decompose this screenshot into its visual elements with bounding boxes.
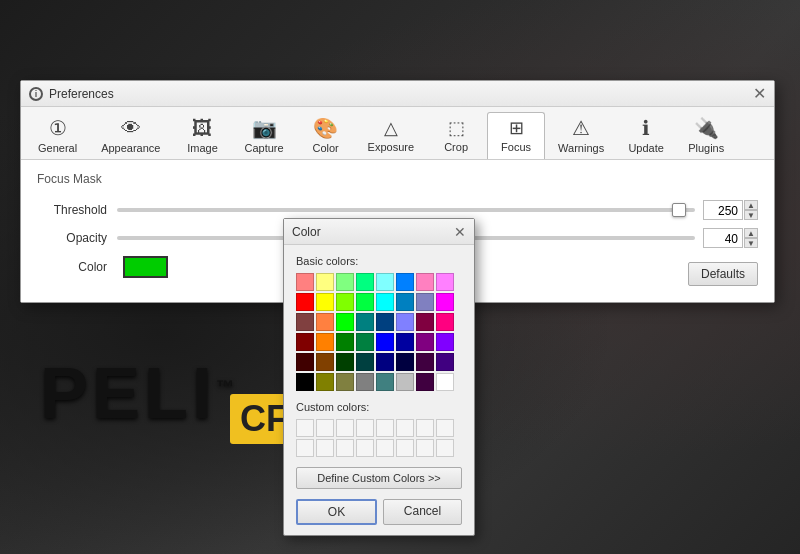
threshold-thumb[interactable]: [672, 203, 686, 217]
color-cell[interactable]: [436, 333, 454, 351]
threshold-row: Threshold 250 ▲ ▼: [37, 200, 758, 220]
color-cell[interactable]: [436, 293, 454, 311]
tab-general-label: General: [38, 142, 77, 154]
tab-warnings[interactable]: ⚠ Warnings: [547, 111, 615, 160]
color-cell[interactable]: [336, 273, 354, 291]
color-dialog-buttons: OK Cancel: [296, 499, 462, 525]
color-cell[interactable]: [396, 353, 414, 371]
color-cell[interactable]: [336, 293, 354, 311]
opacity-down[interactable]: ▼: [744, 238, 758, 248]
threshold-label: Threshold: [37, 203, 117, 217]
color-dialog-close-button[interactable]: ✕: [454, 224, 466, 240]
color-cell[interactable]: [316, 273, 334, 291]
color-cell[interactable]: [416, 353, 434, 371]
color-cell[interactable]: [336, 373, 354, 391]
color-cell[interactable]: [376, 273, 394, 291]
custom-color-cell[interactable]: [376, 439, 394, 457]
color-cell[interactable]: [396, 313, 414, 331]
color-cell[interactable]: [436, 353, 454, 371]
defaults-button[interactable]: Defaults: [688, 262, 758, 286]
custom-color-cell[interactable]: [316, 419, 334, 437]
color-cell[interactable]: [316, 313, 334, 331]
tab-focus[interactable]: ⊞ Focus: [487, 112, 545, 159]
tab-image[interactable]: 🖼 Image: [173, 112, 231, 160]
color-cell[interactable]: [416, 313, 434, 331]
color-cell[interactable]: [396, 273, 414, 291]
color-cell[interactable]: [356, 353, 374, 371]
color-cell[interactable]: [296, 293, 314, 311]
tab-color-label: Color: [312, 142, 338, 154]
color-cell[interactable]: [376, 373, 394, 391]
color-cell[interactable]: [336, 353, 354, 371]
custom-color-cell[interactable]: [336, 439, 354, 457]
color-cell[interactable]: [296, 273, 314, 291]
color-icon: 🎨: [313, 116, 338, 140]
color-cell[interactable]: [416, 333, 434, 351]
custom-color-cell[interactable]: [356, 419, 374, 437]
custom-colors-label: Custom colors:: [296, 401, 462, 413]
tab-update[interactable]: ℹ Update: [617, 111, 675, 160]
color-swatch[interactable]: [123, 256, 168, 278]
color-cell[interactable]: [416, 293, 434, 311]
color-cell[interactable]: [396, 373, 414, 391]
color-cell[interactable]: [416, 373, 434, 391]
focus-icon: ⊞: [509, 117, 524, 139]
tab-general[interactable]: ① General: [27, 111, 88, 160]
color-cell[interactable]: [296, 313, 314, 331]
ok-button[interactable]: OK: [296, 499, 377, 525]
custom-color-cell[interactable]: [376, 419, 394, 437]
tab-capture[interactable]: 📷 Capture: [233, 111, 294, 160]
color-cell[interactable]: [316, 353, 334, 371]
threshold-up[interactable]: ▲: [744, 200, 758, 210]
tab-exposure[interactable]: △ Exposure: [357, 112, 425, 159]
custom-color-cell[interactable]: [436, 419, 454, 437]
custom-color-cell[interactable]: [316, 439, 334, 457]
close-button[interactable]: ✕: [753, 86, 766, 102]
color-cell[interactable]: [316, 293, 334, 311]
custom-color-cell[interactable]: [336, 419, 354, 437]
color-cell[interactable]: [356, 373, 374, 391]
color-cell[interactable]: [376, 333, 394, 351]
define-custom-colors-button[interactable]: Define Custom Colors >>: [296, 467, 462, 489]
custom-color-cell[interactable]: [436, 439, 454, 457]
tab-appearance[interactable]: 👁 Appearance: [90, 112, 171, 160]
custom-color-cell[interactable]: [296, 439, 314, 457]
color-cell[interactable]: [376, 313, 394, 331]
custom-color-cell[interactable]: [416, 439, 434, 457]
color-cell[interactable]: [316, 373, 334, 391]
color-cell[interactable]: [356, 313, 374, 331]
color-cell[interactable]: [376, 353, 394, 371]
color-cell[interactable]: [436, 273, 454, 291]
color-cell[interactable]: [296, 333, 314, 351]
custom-color-cell[interactable]: [396, 419, 414, 437]
exposure-icon: △: [384, 117, 398, 139]
tab-crop[interactable]: ⬚ Crop: [427, 112, 485, 159]
custom-color-cell[interactable]: [296, 419, 314, 437]
color-cell[interactable]: [356, 273, 374, 291]
color-cell[interactable]: [376, 293, 394, 311]
color-cell[interactable]: [436, 313, 454, 331]
custom-color-cell[interactable]: [396, 439, 414, 457]
color-cell[interactable]: [416, 273, 434, 291]
threshold-down[interactable]: ▼: [744, 210, 758, 220]
color-cell[interactable]: [296, 353, 314, 371]
color-cell[interactable]: [436, 373, 454, 391]
color-cell[interactable]: [296, 373, 314, 391]
color-cell[interactable]: [396, 293, 414, 311]
threshold-slider[interactable]: [117, 200, 695, 220]
custom-color-cell[interactable]: [416, 419, 434, 437]
color-cell[interactable]: [316, 333, 334, 351]
opacity-spinner: 40 ▲ ▼: [703, 228, 758, 248]
opacity-value[interactable]: 40: [703, 228, 743, 248]
color-cell[interactable]: [356, 333, 374, 351]
color-cell[interactable]: [396, 333, 414, 351]
color-cell[interactable]: [356, 293, 374, 311]
opacity-up[interactable]: ▲: [744, 228, 758, 238]
tab-color[interactable]: 🎨 Color: [297, 111, 355, 160]
threshold-value[interactable]: 250: [703, 200, 743, 220]
color-cell[interactable]: [336, 333, 354, 351]
color-cell[interactable]: [336, 313, 354, 331]
custom-color-cell[interactable]: [356, 439, 374, 457]
cancel-button[interactable]: Cancel: [383, 499, 462, 525]
tab-plugins[interactable]: 🔌 Plugins: [677, 111, 735, 160]
